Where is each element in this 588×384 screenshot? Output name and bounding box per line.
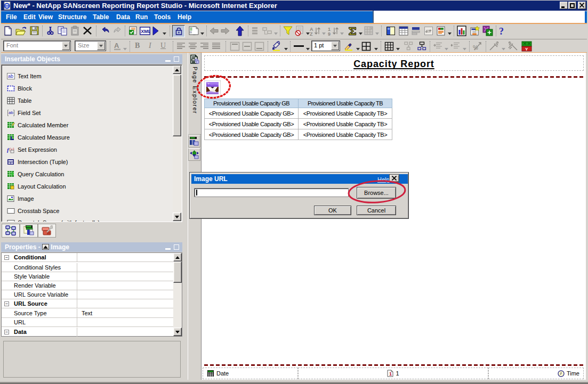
svg-text:ab: ab	[8, 73, 13, 79]
svg-text:Y: Y	[525, 47, 528, 52]
svg-text:ab: ab	[9, 110, 13, 115]
svg-text:%: %	[473, 44, 478, 51]
svg-text:1: 1	[389, 371, 392, 377]
svg-text:A: A	[114, 42, 119, 50]
svg-text:Z: Z	[310, 31, 313, 36]
svg-text:XML: XML	[141, 29, 150, 34]
svg-text:?: ?	[499, 26, 504, 36]
svg-text:9: 9	[328, 31, 331, 36]
